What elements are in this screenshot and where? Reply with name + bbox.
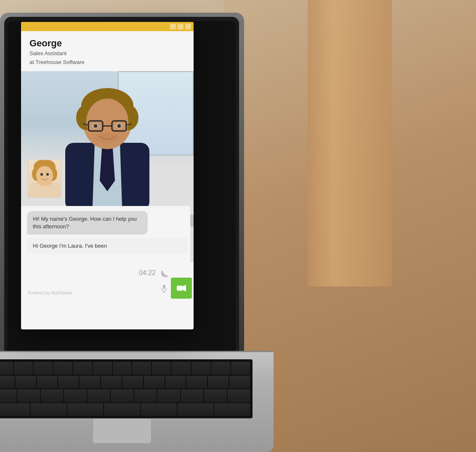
key[interactable] — [229, 376, 250, 389]
key[interactable] — [134, 389, 157, 402]
key-row-1 — [0, 362, 250, 375]
chat-area: Hi! My name's George. How can I help you… — [21, 206, 194, 263]
full-scene: − ↗ × George Sales Assistant at Treehous… — [0, 0, 476, 452]
chat-messages: Hi! My name's George. How can I help you… — [21, 206, 194, 263]
key[interactable] — [16, 376, 36, 389]
svg-point-27 — [40, 173, 43, 176]
key-row-2 — [0, 376, 250, 389]
key[interactable] — [104, 403, 140, 416]
key[interactable] — [231, 362, 250, 375]
key[interactable] — [191, 362, 210, 375]
key[interactable] — [0, 389, 16, 402]
key[interactable] — [0, 362, 13, 375]
svg-point-17 — [94, 124, 97, 128]
app-window: − ↗ × George Sales Assistant at Treehous… — [21, 22, 194, 329]
key[interactable] — [132, 362, 151, 375]
key[interactable] — [73, 362, 92, 375]
svg-point-19 — [95, 133, 120, 143]
chat-bubble-laura: Hi George I'm Laura. I've been — [27, 238, 188, 254]
profile-section: George Sales Assistant at Treehouse Soft… — [21, 31, 194, 71]
key[interactable] — [211, 362, 230, 375]
call-timer: 04:22 — [139, 269, 156, 277]
key[interactable] — [178, 403, 213, 416]
key[interactable] — [228, 389, 250, 402]
trackpad[interactable] — [93, 418, 152, 444]
controls-bar: 04:22 — [21, 262, 194, 300]
bg-door-frame — [308, 0, 392, 286]
key[interactable] — [172, 362, 191, 375]
key[interactable] — [186, 376, 207, 389]
key[interactable] — [93, 362, 112, 375]
key[interactable] — [53, 362, 72, 375]
key[interactable] — [41, 389, 63, 402]
video-button[interactable] — [171, 278, 192, 299]
svg-point-28 — [46, 173, 49, 176]
maximize-button[interactable]: ↗ — [178, 24, 183, 29]
chat-bubble-george: Hi! My name's George. How can I help you… — [27, 211, 148, 235]
key[interactable] — [181, 389, 203, 402]
key[interactable] — [144, 376, 165, 389]
spacebar-key[interactable] — [67, 403, 103, 416]
key[interactable] — [80, 376, 100, 389]
video-camera-icon — [176, 283, 187, 294]
pip-video — [28, 160, 61, 198]
key[interactable] — [64, 389, 86, 402]
profile-title-line2: at Treehouse Software — [29, 59, 185, 66]
key[interactable] — [204, 389, 226, 402]
powered-by-label: Powered by MultiSpeak — [28, 291, 72, 295]
key[interactable] — [17, 389, 40, 402]
key-row-4 — [0, 403, 250, 416]
svg-marker-33 — [183, 285, 186, 292]
key[interactable] — [122, 376, 143, 389]
scroll-track[interactable] — [190, 206, 194, 263]
main-person-figure — [53, 75, 162, 206]
key-row-3 — [0, 389, 250, 402]
key[interactable] — [34, 362, 53, 375]
pip-person — [28, 160, 61, 197]
key[interactable] — [113, 362, 132, 375]
title-bar: − ↗ × — [21, 22, 194, 31]
svg-point-18 — [117, 124, 121, 128]
phone-icon — [160, 270, 169, 279]
close-button[interactable]: × — [185, 24, 191, 29]
profile-name: George — [29, 38, 185, 49]
svg-rect-32 — [177, 286, 183, 291]
svg-rect-29 — [163, 285, 165, 289]
key[interactable] — [88, 389, 110, 402]
scroll-thumb[interactable] — [190, 214, 194, 227]
key[interactable] — [152, 362, 171, 375]
keyboard-area — [0, 359, 253, 418]
key[interactable] — [101, 376, 122, 389]
key[interactable] — [0, 403, 30, 416]
video-area — [21, 71, 194, 206]
key[interactable] — [31, 403, 66, 416]
key[interactable] — [208, 376, 229, 389]
minimize-button[interactable]: − — [170, 24, 176, 29]
keyboard-top-edge — [0, 351, 274, 352]
key[interactable] — [165, 376, 186, 389]
key[interactable] — [0, 376, 15, 389]
mic-button[interactable] — [156, 280, 173, 297]
laptop-keyboard-base — [0, 351, 274, 452]
key[interactable] — [157, 389, 180, 402]
svg-point-26 — [36, 166, 53, 185]
key[interactable] — [58, 376, 79, 389]
key[interactable] — [14, 362, 33, 375]
profile-title-line1: Sales Assistant — [29, 50, 185, 57]
mic-icon — [160, 284, 169, 293]
key[interactable] — [214, 403, 250, 416]
key[interactable] — [37, 376, 58, 389]
key[interactable] — [111, 389, 133, 402]
key[interactable] — [141, 403, 177, 416]
